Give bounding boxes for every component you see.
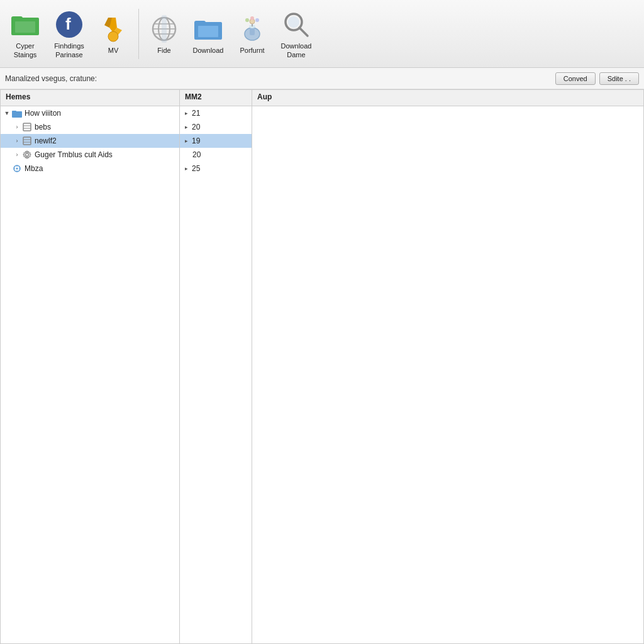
svg-rect-2 xyxy=(15,21,35,33)
toolbar-label-mv: MV xyxy=(108,47,119,55)
toolbar-btn-porfurnt[interactable]: Porfurnt xyxy=(231,6,274,62)
tree-row-row-2[interactable]: › newlf2 xyxy=(1,134,179,148)
toolbar-btn-mv[interactable]: MV xyxy=(92,6,135,62)
statusbar-buttons: ConvedSdite . . xyxy=(555,72,639,85)
tree-label: bebs xyxy=(35,123,51,131)
search-dl-icon xyxy=(281,9,311,40)
col-header-hemes: Hemes xyxy=(1,90,180,106)
tree-icon-db xyxy=(22,136,32,146)
col-header-mm2: MM2 xyxy=(180,90,252,106)
main-content: Manalized vsegus, cratune: ConvedSdite .… xyxy=(0,68,644,644)
mm2-arrow: ▸ xyxy=(185,124,188,130)
toolbar-label-cyper-staings: CyperStaings xyxy=(14,42,37,58)
svg-rect-17 xyxy=(198,26,218,37)
tree-label: Guger Tmblus cult Aids xyxy=(35,150,113,159)
toolbar: CyperStaings f FinhdingsParinase MV Fide… xyxy=(0,0,644,68)
perfume-icon xyxy=(237,14,267,44)
green-folder-icon xyxy=(10,9,40,40)
svg-text:f: f xyxy=(65,14,71,33)
status-btn-conved[interactable]: Conved xyxy=(555,72,596,85)
svg-rect-31 xyxy=(23,123,31,131)
toolbar-label-download-dame: DownloadDame xyxy=(281,42,312,58)
mm2-arrow: ▸ xyxy=(185,165,188,172)
svg-point-25 xyxy=(255,18,259,22)
table-container: Hemes MM2 Aup ▼ How viiiton› bebs› newlf… xyxy=(0,89,644,644)
toolbar-label-porfurnt: Porfurnt xyxy=(240,47,264,55)
tree-label: How viiiton xyxy=(25,109,61,118)
statusbar: Manalized vsegus, cratune: ConvedSdite .… xyxy=(0,68,644,89)
svg-point-28 xyxy=(288,16,299,28)
toolbar-btn-fide[interactable]: Fide xyxy=(143,6,186,62)
tree-expand-arrow[interactable] xyxy=(3,165,11,172)
svg-point-24 xyxy=(250,16,254,20)
tree-icon-db xyxy=(22,122,32,132)
svg-rect-34 xyxy=(23,137,31,145)
tree-icon-folder xyxy=(12,108,22,118)
mm2-row-mm2-0[interactable]: ▸21 xyxy=(180,106,252,120)
svg-rect-30 xyxy=(12,111,16,113)
mm2-value: 21 xyxy=(192,109,200,118)
tree-expand-arrow[interactable]: ▼ xyxy=(3,109,11,117)
table-body: ▼ How viiiton› bebs› newlf2› Guger Tmblu… xyxy=(1,106,643,643)
mm2-arrow: ▸ xyxy=(185,138,188,144)
toolbar-label-fide: Fide xyxy=(157,47,170,55)
mm2-arrow: ▸ xyxy=(185,110,188,116)
svg-point-8 xyxy=(108,31,118,42)
mm2-pane: ▸21▸20▸1920▸25 xyxy=(180,106,252,643)
mm2-value: 25 xyxy=(192,164,200,173)
mm2-row-mm2-2[interactable]: ▸19 xyxy=(180,134,252,148)
download-folder-icon xyxy=(193,14,223,44)
mm2-value: 19 xyxy=(192,136,200,145)
toolbar-label-download: Download xyxy=(193,47,224,55)
mm2-value: 20 xyxy=(192,123,200,131)
mm2-row-mm2-1[interactable]: ▸20 xyxy=(180,120,252,134)
tree-icon-gear xyxy=(22,150,32,160)
mv-icon xyxy=(98,14,128,44)
toolbar-separator xyxy=(138,9,139,59)
tree-row-row-3[interactable]: › Guger Tmblus cult Aids xyxy=(1,148,179,162)
tree-expand-arrow[interactable]: › xyxy=(13,123,21,131)
mm2-value: 20 xyxy=(192,150,201,159)
toolbar-btn-download-dame[interactable]: DownloadDame xyxy=(275,6,318,62)
toolbar-btn-cyper-staings[interactable]: CyperStaings xyxy=(4,6,47,62)
col-header-aup: Aup xyxy=(252,90,643,106)
statusbar-text: Manalized vsegus, cratune: xyxy=(5,74,97,83)
tree-expand-arrow[interactable]: › xyxy=(13,151,21,158)
toolbar-btn-finhdings-parinase[interactable]: f FinhdingsParinase xyxy=(48,6,91,62)
tree-label: Mbza xyxy=(25,164,43,173)
mm2-row-mm2-3[interactable]: 20 xyxy=(180,148,252,162)
status-btn-sdite[interactable]: Sdite . . xyxy=(599,72,639,85)
tree-row-row-4[interactable]: Mbza xyxy=(1,162,179,175)
svg-point-23 xyxy=(245,18,249,22)
facebook-icon: f xyxy=(54,9,84,40)
svg-rect-14 xyxy=(162,15,167,43)
fide-icon xyxy=(149,14,179,44)
tree-icon-net xyxy=(12,164,22,174)
svg-point-39 xyxy=(16,168,18,170)
tree-row-row-0[interactable]: ▼ How viiiton xyxy=(1,106,179,120)
mm2-row-mm2-4[interactable]: ▸25 xyxy=(180,162,252,175)
toolbar-label-finhdings-parinase: FinhdingsParinase xyxy=(54,42,84,58)
tree-row-row-1[interactable]: › bebs xyxy=(1,120,179,134)
svg-point-37 xyxy=(26,153,29,157)
svg-line-27 xyxy=(299,28,308,36)
table-header: Hemes MM2 Aup xyxy=(1,90,643,106)
toolbar-btn-download[interactable]: Download xyxy=(187,6,230,62)
tree-pane: ▼ How viiiton› bebs› newlf2› Guger Tmblu… xyxy=(1,106,180,643)
aup-pane xyxy=(252,106,643,643)
tree-expand-arrow[interactable]: › xyxy=(13,137,21,145)
tree-label: newlf2 xyxy=(35,136,57,145)
